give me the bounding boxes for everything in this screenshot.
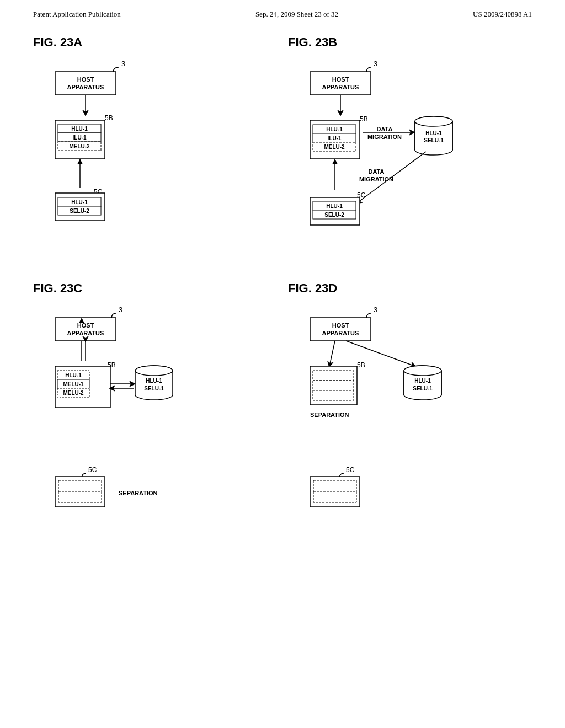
- svg-rect-86: [58, 480, 102, 491]
- svg-text:HOST: HOST: [77, 76, 94, 83]
- svg-text:HOST: HOST: [332, 76, 349, 83]
- svg-text:SELU-2: SELU-2: [70, 208, 89, 214]
- svg-text:APPARATUS: APPARATUS: [67, 330, 104, 336]
- header-left: Patent Application Publication: [33, 10, 121, 19]
- header-center: Sep. 24, 2009 Sheet 23 of 32: [255, 10, 338, 19]
- svg-text:APPARATUS: APPARATUS: [322, 84, 359, 90]
- svg-point-41: [415, 116, 452, 126]
- svg-point-107: [404, 366, 441, 376]
- svg-text:HOST: HOST: [332, 322, 349, 329]
- svg-rect-98: [313, 381, 354, 390]
- svg-line-93: [329, 341, 335, 366]
- header-right: US 2009/240898 A1: [473, 10, 532, 19]
- main-content: FIG. 23A 3 HOST APPARATUS 5B HLU-1 ILU-1…: [0, 24, 565, 544]
- svg-text:HLU-1: HLU-1: [425, 130, 442, 136]
- svg-rect-21: [310, 72, 371, 95]
- svg-text:5C: 5C: [346, 466, 355, 474]
- fig23d-label: FIG. 23D: [288, 281, 337, 296]
- svg-text:3: 3: [119, 306, 122, 314]
- svg-text:ILU-1: ILU-1: [73, 135, 87, 141]
- fig23c-diagram: 3 HOST APPARATUS 5B HLU-1 MELU-1 M: [33, 301, 188, 533]
- svg-text:SEPARATION: SEPARATION: [119, 490, 158, 496]
- svg-marker-13: [77, 159, 83, 164]
- svg-text:HLU-1: HLU-1: [71, 199, 88, 205]
- fig23c-label: FIG. 23C: [33, 281, 82, 296]
- svg-text:SEPARATION: SEPARATION: [310, 411, 349, 418]
- svg-text:SELU-1: SELU-1: [144, 386, 164, 392]
- svg-rect-97: [313, 371, 354, 381]
- svg-text:3: 3: [374, 60, 377, 68]
- svg-text:HLU-1: HLU-1: [326, 126, 343, 132]
- svg-rect-87: [58, 491, 102, 502]
- figure-23a: FIG. 23A 3 HOST APPARATUS 5B HLU-1 ILU-1…: [33, 35, 277, 259]
- svg-line-94: [346, 341, 415, 366]
- svg-text:MELU-2: MELU-2: [63, 390, 84, 396]
- svg-text:3: 3: [374, 306, 377, 314]
- svg-text:SELU-2: SELU-2: [324, 212, 344, 218]
- svg-text:DATA: DATA: [369, 168, 385, 175]
- svg-text:5B: 5B: [105, 114, 113, 122]
- fig23b-label: FIG. 23B: [288, 35, 337, 50]
- svg-text:MELU-1: MELU-1: [63, 381, 84, 387]
- svg-text:HLU-1: HLU-1: [146, 378, 162, 384]
- svg-text:5C: 5C: [88, 466, 97, 474]
- ref3-label: 3: [121, 60, 125, 68]
- svg-text:DATA: DATA: [377, 126, 393, 132]
- page-header: Patent Application Publication Sep. 24, …: [0, 0, 565, 24]
- svg-rect-99: [313, 390, 354, 400]
- svg-rect-90: [310, 318, 371, 341]
- fig23b-diagram: 3 HOST APPARATUS 5B HLU-1 ILU-1 MELU-2 D…: [288, 55, 465, 259]
- svg-marker-46: [332, 159, 338, 164]
- figure-23c: FIG. 23C 3 HOST APPARATUS: [33, 281, 277, 533]
- fig23a-diagram: 3 HOST APPARATUS 5B HLU-1 ILU-1 MELU-2: [33, 55, 154, 259]
- fig23d-diagram: 3 HOST APPARATUS 5B: [288, 301, 465, 533]
- svg-text:APPARATUS: APPARATUS: [67, 84, 104, 90]
- svg-point-79: [135, 366, 173, 376]
- svg-text:ILU-1: ILU-1: [328, 135, 342, 141]
- svg-text:5B: 5B: [357, 361, 365, 369]
- svg-text:SELU-1: SELU-1: [424, 137, 444, 143]
- figure-23b: FIG. 23B 3 HOST APPARATUS 5B HLU-1: [288, 35, 532, 259]
- svg-text:HLU-1: HLU-1: [414, 378, 431, 384]
- svg-text:MELU-2: MELU-2: [324, 144, 345, 150]
- svg-text:SELU-1: SELU-1: [413, 386, 433, 392]
- svg-rect-113: [313, 480, 356, 491]
- svg-text:HLU-1: HLU-1: [326, 203, 343, 209]
- svg-text:APPARATUS: APPARATUS: [322, 330, 359, 336]
- svg-text:MIGRATION: MIGRATION: [367, 133, 402, 140]
- svg-rect-114: [313, 491, 356, 502]
- svg-rect-0: [55, 72, 116, 95]
- svg-text:5B: 5B: [360, 115, 368, 123]
- svg-text:HLU-1: HLU-1: [65, 372, 82, 378]
- svg-text:MELU-2: MELU-2: [69, 143, 90, 149]
- figure-23d: FIG. 23D 3 HOST APPARATUS 5B: [288, 281, 532, 533]
- fig23a-label: FIG. 23A: [33, 35, 82, 50]
- svg-text:HLU-1: HLU-1: [71, 126, 88, 132]
- svg-rect-57: [55, 318, 116, 341]
